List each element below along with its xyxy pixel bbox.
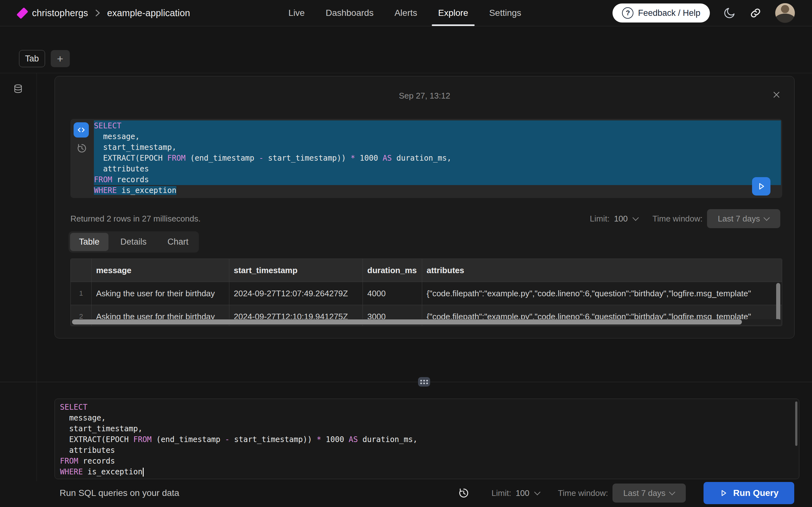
time-window-control: Time window: Last 7 days	[653, 209, 780, 228]
feedback-help-button[interactable]: ? Feedback / Help	[612, 3, 710, 22]
column-header-start_timestamp[interactable]: start_timestamp	[229, 259, 363, 282]
limit-label: Limit:	[590, 214, 610, 224]
nav-actions: ? Feedback / Help	[612, 0, 795, 26]
breadcrumb-project[interactable]: example-application	[107, 8, 190, 18]
split-divider	[0, 382, 812, 382]
breadcrumb: christophergs example-application	[18, 8, 190, 18]
moon-icon	[723, 7, 736, 19]
help-circle-icon: ?	[622, 7, 633, 19]
nav-item-live[interactable]: Live	[288, 0, 305, 26]
share-link-button[interactable]	[749, 7, 762, 19]
nav-item-settings[interactable]: Settings	[489, 0, 521, 26]
chevron-down-icon	[632, 215, 639, 221]
theme-toggle-button[interactable]	[723, 7, 736, 19]
table-row[interactable]: 1Asking the user for their birthday2024-…	[71, 282, 782, 305]
limit-control[interactable]: Limit: 100	[590, 214, 639, 224]
nav-item-alerts[interactable]: Alerts	[395, 0, 417, 26]
limit-value: 100	[614, 214, 628, 224]
sql-line: FROM records	[60, 456, 793, 466]
view-tab-chart[interactable]: Chart	[159, 233, 197, 251]
breadcrumb-chevron-icon	[95, 8, 101, 18]
run-selection-button[interactable]	[752, 177, 770, 195]
table-vertical-scrollbar[interactable]	[776, 283, 780, 321]
breadcrumb-org[interactable]: christophergs	[32, 8, 88, 18]
play-icon	[719, 489, 728, 498]
history-icon[interactable]	[458, 487, 469, 499]
sql-line: attributes	[60, 445, 793, 456]
time-window-label: Time window:	[653, 214, 703, 224]
column-header-attributes[interactable]: attributes	[422, 259, 782, 282]
table-cell: 2024-09-27T12:07:49.264279Z	[229, 282, 363, 305]
view-tab-table[interactable]: Table	[70, 233, 108, 251]
editor-sql-code[interactable]: SELECT message, start_timestamp, EXTRACT…	[60, 402, 793, 477]
code-icon	[77, 125, 86, 134]
sql-line: message,	[60, 412, 793, 424]
chevron-down-icon	[669, 489, 675, 495]
editor-scrollbar[interactable]	[795, 401, 798, 446]
sql-line: WHERE is_exception	[60, 466, 793, 477]
nav-item-explore[interactable]: Explore	[438, 0, 468, 26]
view-tab-details[interactable]: Details	[112, 233, 156, 251]
content-top-divider	[0, 73, 812, 73]
result-meta-row: Returned 2 rows in 27 milliseconds. Limi…	[70, 209, 780, 228]
sql-gutter	[70, 119, 94, 198]
time-window-select[interactable]: Last 7 days	[707, 209, 780, 228]
result-timestamp: Sep 27, 13:12	[55, 91, 794, 101]
link-icon	[749, 7, 762, 19]
result-sql-code[interactable]: SELECT message, start_timestamp, EXTRACT…	[94, 120, 781, 196]
sql-line: EXTRACT(EPOCH FROM (end_timestamp - star…	[94, 153, 781, 164]
run-query-button[interactable]: Run Query	[704, 482, 794, 504]
result-sql-block: SELECT message, start_timestamp, EXTRACT…	[70, 119, 782, 198]
top-nav: christophergs example-application LiveDa…	[0, 0, 812, 26]
limit-control[interactable]: Limit: 100	[492, 488, 541, 498]
table-cell: 4000	[363, 282, 422, 305]
column-header-message[interactable]: message	[92, 259, 229, 282]
sql-line: WHERE is_exception	[94, 185, 781, 196]
add-tab-button[interactable]: +	[51, 50, 70, 67]
column-header-rownum	[71, 259, 92, 282]
time-window-select[interactable]: Last 7 days	[612, 484, 686, 503]
table-cell: {"code.filepath":"example.py","code.line…	[422, 282, 782, 305]
chevron-down-icon	[763, 215, 770, 221]
tab-bar: Tab +	[19, 50, 70, 67]
sql-line: message,	[94, 131, 781, 142]
close-icon[interactable]	[772, 90, 781, 99]
time-window-label: Time window:	[558, 488, 608, 498]
table-header-row: messagestart_timestampduration_msattribu…	[71, 259, 782, 282]
tab-button[interactable]: Tab	[19, 50, 45, 67]
table-cell: 1	[71, 282, 92, 305]
sql-editor[interactable]: SELECT message, start_timestamp, EXTRACT…	[55, 399, 799, 479]
footer-bar: Run SQL queries on your data Limit: 100 …	[0, 479, 812, 507]
play-icon	[757, 181, 766, 191]
sidebar	[0, 73, 37, 481]
time-window-value: Last 7 days	[718, 214, 760, 224]
drag-handle[interactable]	[418, 377, 430, 387]
column-header-duration_ms[interactable]: duration_ms	[363, 259, 422, 282]
database-icon[interactable]	[14, 84, 22, 94]
nav-menu: LiveDashboardsAlertsExploreSettings	[288, 0, 521, 26]
sql-line: EXTRACT(EPOCH FROM (end_timestamp - star…	[60, 434, 793, 445]
logfire-logo-icon[interactable]	[16, 7, 28, 19]
view-tabs: TableDetailsChart	[68, 231, 199, 252]
sql-line: attributes	[94, 164, 781, 174]
nav-item-dashboards[interactable]: Dashboards	[326, 0, 374, 26]
history-icon[interactable]	[77, 143, 87, 154]
table-cell: Asking the user for their birthday	[92, 282, 229, 305]
table-horizontal-scrollbar[interactable]	[71, 319, 781, 325]
sql-line: FROM records	[94, 174, 781, 185]
code-icon-button[interactable]	[73, 122, 89, 137]
logfire-explore-page: christophergs example-application LiveDa…	[0, 0, 812, 507]
limit-value: 100	[516, 488, 529, 498]
sql-line: SELECT	[60, 402, 793, 412]
horizontal-scrollbar-thumb[interactable]	[72, 320, 742, 325]
result-status: Returned 2 rows in 27 milliseconds.	[70, 214, 200, 224]
sql-line: start_timestamp,	[60, 424, 793, 434]
editor-hint: Run SQL queries on your data	[60, 488, 179, 498]
limit-label: Limit:	[492, 488, 511, 498]
avatar[interactable]	[775, 3, 795, 23]
text-cursor	[143, 468, 144, 476]
run-query-label: Run Query	[733, 488, 778, 498]
sql-line: SELECT	[94, 120, 781, 131]
chevron-down-icon	[534, 489, 541, 495]
query-result-card: Sep 27, 13:12 SELECT message, start_time…	[55, 76, 795, 338]
